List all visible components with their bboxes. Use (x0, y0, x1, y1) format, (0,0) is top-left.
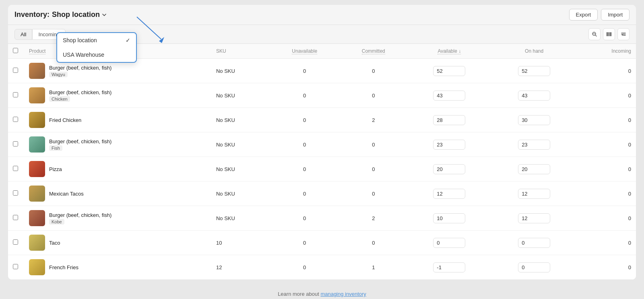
product-image-3 (29, 136, 45, 153)
select-all-header (8, 44, 24, 59)
product-cell-7: Taco (24, 231, 211, 255)
row-checkbox-3[interactable] (13, 141, 18, 146)
on-hand-cell-6 (492, 206, 577, 231)
search-filter-button[interactable] (588, 28, 601, 40)
tab-all[interactable]: All (14, 29, 32, 40)
table-row: Fried Chicken No SKU 0 2 0 (8, 108, 636, 132)
sku-cell-7: 10 (211, 231, 269, 255)
row-checkbox-cell (8, 59, 24, 83)
col-available: Available ↓ (407, 44, 492, 59)
top-actions: Export Import (569, 9, 630, 21)
unavailable-cell-3: 0 (269, 132, 340, 157)
product-image-5 (29, 186, 45, 202)
available-input-0[interactable] (433, 66, 465, 76)
incoming-cell-0: 0 (577, 59, 636, 83)
committed-cell-1: 0 (340, 83, 407, 108)
inventory-table-container: Product SKU Unavailable Committed Availa… (8, 44, 636, 280)
incoming-cell-7: 0 (577, 231, 636, 255)
product-image-7 (29, 235, 45, 251)
table-row: Mexican Tacos No SKU 0 0 0 (8, 181, 636, 206)
product-image-2 (29, 112, 45, 128)
sku-cell-2: No SKU (211, 108, 269, 132)
columns-button[interactable] (603, 28, 615, 40)
available-cell-0 (407, 59, 492, 83)
row-checkbox-5[interactable] (13, 190, 18, 196)
available-input-4[interactable] (433, 164, 465, 174)
product-image-4 (29, 161, 45, 177)
on-hand-input-8[interactable] (518, 262, 550, 272)
col-incoming: Incoming (577, 44, 636, 59)
on-hand-input-2[interactable] (518, 115, 550, 125)
on-hand-input-6[interactable] (518, 213, 550, 223)
sort-icon (621, 31, 626, 37)
svg-rect-6 (609, 32, 610, 36)
committed-cell-3: 0 (340, 132, 407, 157)
title-section: Inventory: Shop location (14, 10, 107, 19)
on-hand-cell-0 (492, 59, 577, 83)
sort-button[interactable] (617, 28, 630, 40)
shop-location-dropdown-trigger[interactable]: Shop location (52, 10, 107, 19)
on-hand-input-1[interactable] (518, 91, 550, 101)
incoming-cell-2: 0 (577, 108, 636, 132)
row-checkbox-7[interactable] (13, 239, 18, 245)
row-checkbox-cell (8, 206, 24, 231)
product-image-6 (29, 210, 45, 226)
on-hand-cell-5 (492, 181, 577, 206)
row-checkbox-6[interactable] (13, 215, 18, 220)
product-cell-2: Fried Chicken (24, 108, 211, 132)
available-input-1[interactable] (433, 91, 465, 101)
dropdown-item-shop-location[interactable]: Shop location ✓ (57, 33, 136, 47)
sku-cell-3: No SKU (211, 132, 269, 157)
product-cell-8: French Fries (24, 255, 211, 280)
available-input-7[interactable] (433, 238, 465, 248)
row-checkbox-8[interactable] (13, 264, 18, 269)
sku-cell-1: No SKU (211, 83, 269, 108)
inventory-label: Inventory: (14, 10, 50, 19)
dropdown-item-usa-warehouse[interactable]: USA Warehouse (57, 47, 136, 62)
committed-cell-2: 2 (340, 108, 407, 132)
available-cell-3 (407, 132, 492, 157)
incoming-cell-1: 0 (577, 83, 636, 108)
unavailable-cell-8: 0 (269, 255, 340, 280)
product-cell-3: Burger (beef, chicken, fish) Fish (24, 132, 211, 157)
import-button[interactable]: Import (601, 9, 630, 21)
on-hand-input-4[interactable] (518, 164, 550, 174)
svg-line-3 (595, 35, 597, 36)
product-cell-6: Burger (beef, chicken, fish) Kobe (24, 206, 211, 231)
row-checkbox-2[interactable] (13, 117, 18, 122)
on-hand-input-3[interactable] (518, 140, 550, 150)
committed-cell-4: 0 (340, 157, 407, 181)
committed-cell-0: 0 (340, 59, 407, 83)
available-input-6[interactable] (433, 213, 465, 223)
export-button[interactable]: Export (569, 9, 598, 21)
available-cell-7 (407, 231, 492, 255)
available-input-3[interactable] (433, 140, 465, 150)
table-row: Pizza No SKU 0 0 0 (8, 157, 636, 181)
row-checkbox-cell (8, 255, 24, 280)
svg-rect-5 (607, 32, 608, 36)
col-unavailable: Unavailable (269, 44, 340, 59)
product-image-1 (29, 87, 45, 103)
product-cell-1: Burger (beef, chicken, fish) Chicken (24, 83, 211, 108)
on-hand-input-5[interactable] (518, 189, 550, 199)
available-input-2[interactable] (433, 115, 465, 125)
available-cell-1 (407, 83, 492, 108)
sku-cell-4: No SKU (211, 157, 269, 181)
available-input-8[interactable] (433, 262, 465, 272)
sku-cell-5: No SKU (211, 181, 269, 206)
managing-inventory-link[interactable]: managing inventory (320, 291, 366, 297)
on-hand-cell-3 (492, 132, 577, 157)
on-hand-input-7[interactable] (518, 238, 550, 248)
unavailable-cell-4: 0 (269, 157, 340, 181)
select-all-checkbox[interactable] (13, 48, 18, 53)
inventory-table: Product SKU Unavailable Committed Availa… (8, 44, 636, 280)
row-checkbox-4[interactable] (13, 166, 18, 171)
sku-cell-0: No SKU (211, 59, 269, 83)
row-checkbox-0[interactable] (13, 68, 18, 73)
row-checkbox-1[interactable] (13, 92, 18, 97)
search-icon (592, 31, 597, 37)
available-cell-2 (407, 108, 492, 132)
available-input-5[interactable] (433, 189, 465, 199)
available-cell-6 (407, 206, 492, 231)
on-hand-input-0[interactable] (518, 66, 550, 76)
